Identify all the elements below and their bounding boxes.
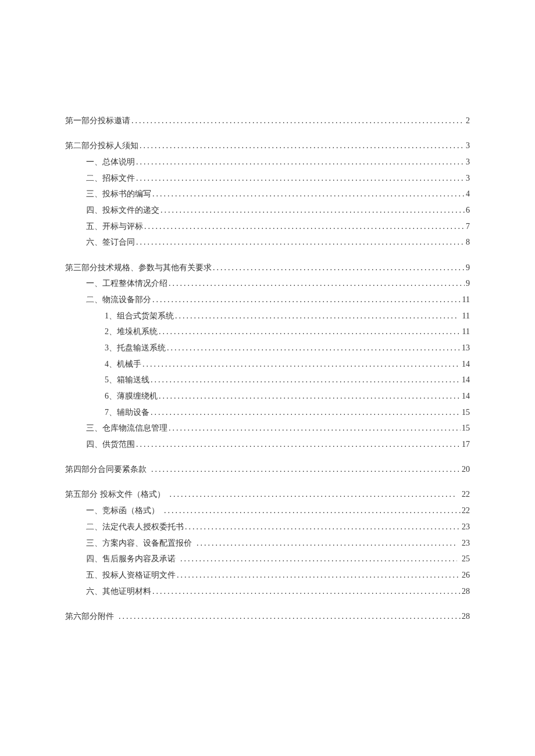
toc-entry-title: 一、总体说明 xyxy=(86,155,135,169)
toc-section: 第三部分技术规格、参数与其他有关要求9一、工程整体情况介绍9二、物流设备部分11… xyxy=(65,260,470,452)
toc-entry: 三、方案内容、设备配置报价23 xyxy=(65,536,470,550)
toc-section: 第五部分 投标文件（格式）22一、竞标函（格式）22二、法定代表人授权委托书23… xyxy=(65,487,470,598)
toc-entry: 2、堆垛机系统11 xyxy=(65,324,470,339)
toc-leader-dots xyxy=(130,113,465,128)
toc-leader-dots xyxy=(149,405,461,420)
toc-entry-page: 11 xyxy=(461,324,470,339)
toc-entry: 一、总体说明3 xyxy=(65,155,470,169)
toc-entry-title: 六、其他证明材料 xyxy=(86,584,151,599)
toc-entry: 二、招标文件3 xyxy=(65,171,470,185)
toc-entry-page: 17 xyxy=(461,437,470,452)
toc-entry-title: 三、方案内容、设备配置报价 xyxy=(86,536,195,550)
toc-entry: 第二部分投标人须知3 xyxy=(65,138,470,153)
toc-entry-title: 4、机械手 xyxy=(105,357,141,371)
toc-entry: 三、投标书的编写4 xyxy=(65,187,470,201)
toc-entry-page: 23 xyxy=(461,519,470,534)
toc-entry: 三、仓库物流信息管理15 xyxy=(65,421,470,435)
toc-entry-page: 8 xyxy=(465,235,470,249)
toc-leader-dots xyxy=(151,187,465,201)
toc-entry-page: 15 xyxy=(461,421,470,435)
toc-leader-dots xyxy=(149,372,461,387)
toc-leader-dots xyxy=(212,260,465,275)
toc-section: 第六部分附件28 xyxy=(65,609,470,624)
toc-section: 第一部分投标邀请2 xyxy=(65,113,470,128)
toc-leader-dots xyxy=(158,324,461,339)
toc-entry-title: 三、投标书的编写 xyxy=(86,187,151,201)
toc-leader-dots xyxy=(141,357,461,371)
toc-entry: 二、物流设备部分11 xyxy=(65,292,470,307)
toc-entry-title: 二、法定代表人授权委托书 xyxy=(86,519,184,534)
toc-leader-dots xyxy=(135,437,461,452)
toc-entry-page: 25 xyxy=(457,551,470,566)
toc-entry: 7、辅助设备15 xyxy=(65,405,470,420)
toc-entry: 第四部分合同要紧条款20 xyxy=(65,462,470,476)
toc-entry-page: 14 xyxy=(461,372,470,387)
toc-leader-dots xyxy=(179,551,457,566)
toc-leader-dots xyxy=(163,503,461,518)
toc-entry: 四、售后服务内容及承诺25 xyxy=(65,551,470,566)
toc-leader-dots xyxy=(117,609,461,624)
toc-entry-title: 三、仓库物流信息管理 xyxy=(86,421,167,435)
toc-leader-dots xyxy=(159,203,465,217)
toc-entry-title: 2、堆垛机系统 xyxy=(105,324,158,339)
toc-entry-page: 14 xyxy=(461,389,470,403)
toc-leader-dots xyxy=(184,519,461,534)
toc-entry: 四、投标文件的递交6 xyxy=(65,203,470,217)
toc-entry-page: 6 xyxy=(465,203,470,217)
toc-entry: 五、投标人资格证明文件26 xyxy=(65,568,470,582)
toc-entry: 4、机械手14 xyxy=(65,357,470,371)
toc-entry-title: 第三部分技术规格、参数与其他有关要求 xyxy=(65,260,212,275)
toc-entry-page: 15 xyxy=(461,405,470,420)
toc-entry-title: 7、辅助设备 xyxy=(105,405,149,420)
toc-entry-page: 14 xyxy=(461,357,470,371)
toc-entry-title: 一、工程整体情况介绍 xyxy=(86,276,167,291)
toc-entry: 第六部分附件28 xyxy=(65,609,470,624)
toc-leader-dots xyxy=(150,462,461,476)
toc-entry-title: 1、组合式货架系统 xyxy=(105,309,174,323)
toc-entry-page: 9 xyxy=(465,260,470,275)
toc-entry-page: 23 xyxy=(457,536,470,550)
toc-entry: 6、薄膜缠绕机14 xyxy=(65,389,470,403)
toc-leader-dots xyxy=(167,276,465,291)
toc-entry-title: 四、投标文件的递交 xyxy=(86,203,159,217)
toc-entry: 五、开标与评标7 xyxy=(65,219,470,234)
toc-entry-title: 第二部分投标人须知 xyxy=(65,138,138,153)
toc-leader-dots xyxy=(135,171,465,185)
toc-entry-title: 6、薄膜缠绕机 xyxy=(105,389,158,403)
toc-leader-dots xyxy=(151,584,461,599)
toc-entry-title: 二、物流设备部分 xyxy=(86,292,151,307)
toc-entry-page: 28 xyxy=(461,584,470,599)
toc-entry-page: 22 xyxy=(461,503,470,518)
toc-leader-dots xyxy=(169,487,458,501)
toc-entry-page: 28 xyxy=(461,609,470,624)
toc-leader-dots xyxy=(138,138,465,153)
toc-leader-dots xyxy=(195,536,457,550)
toc-entry-page: 9 xyxy=(465,276,470,291)
toc-entry-title: 第一部分投标邀请 xyxy=(65,113,130,128)
toc-leader-dots xyxy=(143,219,465,234)
toc-entry-title: 一、竞标函（格式） xyxy=(86,503,163,518)
toc-entry-page: 4 xyxy=(465,187,470,201)
toc-entry: 一、工程整体情况介绍9 xyxy=(65,276,470,291)
toc-leader-dots xyxy=(174,309,458,323)
toc-leader-dots xyxy=(166,341,461,355)
toc-entry: 1、组合式货架系统11 xyxy=(65,309,470,323)
toc-entry-page: 3 xyxy=(465,155,470,169)
toc-entry: 3、托盘输送系统13 xyxy=(65,341,470,355)
toc-leader-dots xyxy=(151,292,461,307)
toc-leader-dots xyxy=(135,235,465,249)
toc-entry-page: 3 xyxy=(465,138,470,153)
toc-entry: 六、签订合同8 xyxy=(65,235,470,249)
toc-entry-title: 第四部分合同要紧条款 xyxy=(65,462,150,476)
toc-entry-title: 六、签订合同 xyxy=(86,235,135,249)
toc-entry-title: 五、开标与评标 xyxy=(86,219,143,234)
toc-entry-title: 四、供货范围 xyxy=(86,437,135,452)
toc-entry: 六、其他证明材料28 xyxy=(65,584,470,599)
toc-entry-title: 五、投标人资格证明文件 xyxy=(86,568,176,582)
toc-entry-page: 20 xyxy=(461,462,470,476)
toc-entry-page: 26 xyxy=(461,568,470,582)
toc-entry-page: 3 xyxy=(465,171,470,185)
toc-leader-dots xyxy=(167,421,461,435)
toc-entry-title: 5、箱输送线 xyxy=(105,372,149,387)
toc-leader-dots xyxy=(135,155,465,169)
